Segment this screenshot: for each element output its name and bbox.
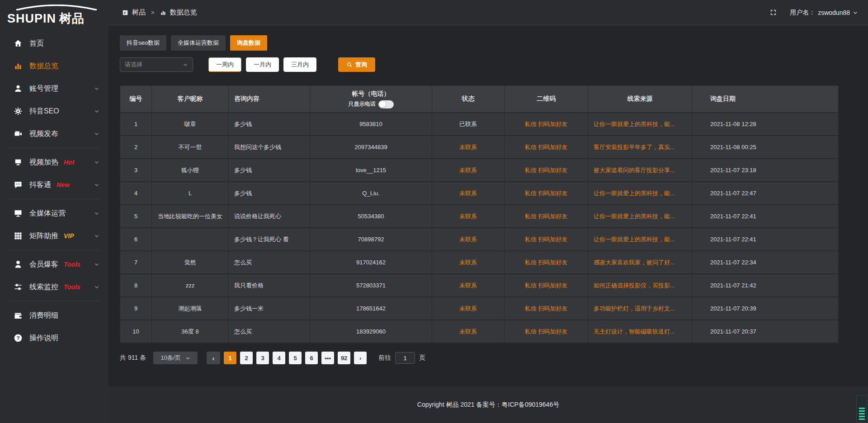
- breadcrumb: 树品 > 数据总览: [122, 8, 197, 17]
- fullscreen-icon[interactable]: [769, 9, 777, 16]
- sidebar-item-consumption-detail[interactable]: 消费明细: [0, 304, 108, 327]
- cell-qrcode-link[interactable]: 私信 扫码加好友: [505, 227, 588, 250]
- sidebar-item-video-heating[interactable]: 视频加热 Hot: [0, 151, 108, 174]
- sidebar-item-home[interactable]: 首页: [0, 32, 108, 55]
- cell-qrcode-link[interactable]: 私信 扫码加好友: [505, 112, 588, 135]
- period-button-quarter[interactable]: 三月内: [283, 57, 316, 72]
- bar-chart-icon: [160, 9, 166, 16]
- cell-qrcode-link[interactable]: 私信 扫码加好友: [505, 296, 588, 320]
- cell-inquiry-date: 2021-11-08 12:28: [692, 112, 838, 135]
- cell-account: love__1215: [310, 158, 432, 181]
- cell-status: 未联系: [432, 181, 505, 204]
- filter-select[interactable]: 请选择: [120, 57, 193, 72]
- cell-status: 未联系: [432, 273, 505, 296]
- sidebar-item-member-baoke[interactable]: 会员爆客 Tools: [0, 253, 108, 276]
- cell-qrcode-link[interactable]: 私信 扫码加好友: [505, 250, 588, 273]
- page-ellipsis-button[interactable]: •••: [321, 352, 334, 364]
- cell-nickname: 狐小狸: [152, 158, 229, 181]
- page-button[interactable]: 4: [273, 352, 285, 364]
- sidebar-item-label: 消费明细: [29, 311, 58, 320]
- cell-nickname: 当地比较能吃的一位美女: [152, 204, 229, 227]
- page-size-select[interactable]: 10条/页: [153, 352, 198, 364]
- cell-account: 50534380: [310, 204, 432, 227]
- cell-content: 多少钱一米: [229, 296, 310, 320]
- cell-lead-source[interactable]: 感谢大家喜欢我家，被问了好...: [588, 250, 692, 273]
- tab-media-operation-data[interactable]: 全媒体运营数据: [171, 35, 226, 51]
- chevron-down-icon: [183, 62, 188, 67]
- cell-qrcode-link[interactable]: 私信 扫码加好友: [505, 135, 588, 158]
- cell-qrcode-link[interactable]: 私信 扫码加好友: [505, 273, 588, 296]
- sidebar-item-lead-monitor[interactable]: 线索监控 Tools: [0, 276, 108, 298]
- cell-qrcode-link[interactable]: 私信 扫码加好友: [505, 320, 588, 343]
- cell-lead-source[interactable]: 多功能护栏灯，适用于乡村文...: [588, 296, 692, 320]
- new-badge: New: [57, 181, 70, 188]
- cell-lead-source[interactable]: 让你一眼就爱上的黑科技，能...: [588, 112, 692, 135]
- wallet-icon: [14, 311, 23, 320]
- cell-lead-source[interactable]: 如何正确选择投影仪，买投影...: [588, 273, 692, 296]
- tab-douyin-seo-data[interactable]: 抖音seo数据: [120, 35, 166, 51]
- page-button[interactable]: 92: [338, 352, 350, 364]
- jump-page-input[interactable]: [395, 352, 415, 364]
- chevron-down-icon: [94, 108, 99, 114]
- sidebar-item-matrix-boost[interactable]: 矩阵助推 VIP: [0, 225, 108, 247]
- chevron-down-icon: [185, 356, 190, 361]
- page-button[interactable]: 1: [224, 352, 236, 364]
- page-button[interactable]: 3: [256, 352, 269, 364]
- sidebar-item-operation-guide[interactable]: ? 操作说明: [0, 327, 108, 349]
- cell-lead-source[interactable]: 让你一眼就爱上的黑科技，能...: [588, 181, 692, 204]
- cell-status: 未联系: [432, 158, 505, 181]
- page-button[interactable]: 6: [305, 352, 318, 364]
- cell-content: 说说价格让我死心: [229, 204, 310, 227]
- sidebar-item-douyin-seo[interactable]: 抖音SEO: [0, 100, 108, 122]
- period-button-month[interactable]: 一月内: [246, 57, 279, 72]
- sidebar-item-label: 操作说明: [29, 334, 58, 343]
- prev-page-button[interactable]: ‹: [207, 352, 220, 364]
- logo-brand-cn: 树品: [59, 10, 85, 27]
- sidebar-menu: 首页 数据总览 账号管理 抖音SEO 视频发布: [0, 32, 108, 349]
- user-menu[interactable]: 用户名：zswodun88: [790, 9, 858, 17]
- page-button[interactable]: 5: [289, 352, 302, 364]
- cell-content: 多少钱: [229, 181, 310, 204]
- cell-qrcode-link[interactable]: 私信 扫码加好友: [505, 158, 588, 181]
- sidebar-item-label: 抖客通: [29, 180, 51, 190]
- content: 抖音seo数据 全媒体运营数据 询盘数据 请选择 一周内 一月内 三月内 查询: [108, 25, 868, 386]
- cell-lead-source[interactable]: 让你一眼就爱上的黑科技，能...: [588, 204, 692, 227]
- period-button-week[interactable]: 一周内: [208, 57, 241, 72]
- next-page-button[interactable]: ›: [354, 352, 367, 364]
- cell-qrcode-link[interactable]: 私信 扫码加好友: [505, 204, 588, 227]
- phone-only-toggle[interactable]: [378, 100, 394, 108]
- table-row: 8zzz我只看价格572803371未联系私信 扫码加好友如何正确选择投影仪，买…: [120, 273, 838, 296]
- cell-status: 已联系: [432, 112, 505, 135]
- cell-lead-source[interactable]: 无主灯设计，智能磁吸轨道灯...: [588, 320, 692, 343]
- cell-content: 多少钱: [229, 112, 310, 135]
- cell-lead-source[interactable]: 让你一眼就爱上的黑科技，能...: [588, 227, 692, 250]
- sidebar-divider: [8, 148, 100, 148]
- data-tabs: 抖音seo数据 全媒体运营数据 询盘数据: [120, 35, 839, 51]
- video-camera-icon: [14, 129, 23, 138]
- sidebar-divider: [8, 301, 100, 301]
- query-button[interactable]: 查询: [338, 57, 375, 72]
- cell-content: 怎么买: [229, 320, 310, 343]
- cell-inquiry-date: 2021-11-07 20:39: [692, 296, 838, 320]
- sidebar-divider: [8, 250, 100, 250]
- corner-widget[interactable]: [856, 395, 867, 423]
- cell-lead-source[interactable]: 被大家追着问的客厅投影分享...: [588, 158, 692, 181]
- chevron-down-icon: [94, 284, 99, 290]
- tab-inquiry-data[interactable]: 询盘数据: [230, 35, 267, 51]
- cell-inquiry-date: 2021-11-07 22:47: [692, 181, 838, 204]
- breadcrumb-item-brand[interactable]: 树品: [132, 8, 146, 17]
- cell-account: 183929060: [310, 320, 432, 343]
- page-button[interactable]: 2: [240, 352, 253, 364]
- chevron-down-icon: [94, 131, 99, 136]
- sidebar-item-data-overview[interactable]: 数据总览: [0, 55, 108, 77]
- sidebar-item-media-operation[interactable]: 全媒体运营: [0, 202, 108, 225]
- cell-lead-source[interactable]: 客厅安装投影半年多了，真实...: [588, 135, 692, 158]
- sidebar-item-video-publish[interactable]: 视频发布: [0, 122, 108, 145]
- cell-content: 我只看价格: [229, 273, 310, 296]
- sidebar-item-account-management[interactable]: 账号管理: [0, 77, 108, 100]
- cell-qrcode-link[interactable]: 私信 扫码加好友: [505, 181, 588, 204]
- column-header-content: 咨询内容: [229, 86, 310, 112]
- cell-account: 9583810: [310, 112, 432, 135]
- sidebar-item-doukertong[interactable]: 抖客通 New: [0, 174, 108, 196]
- pagination-total: 共 911 条: [120, 354, 146, 362]
